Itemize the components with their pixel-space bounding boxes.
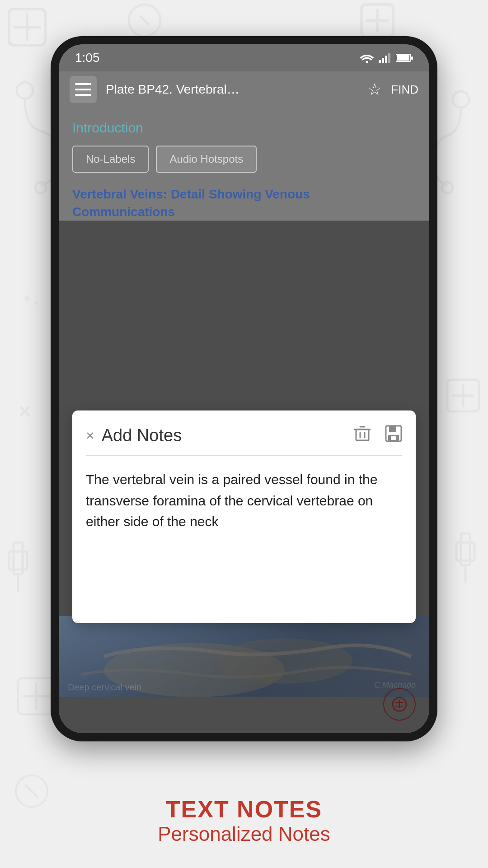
svg-line-4 — [140, 16, 149, 25]
save-button[interactable] — [385, 425, 402, 446]
bottom-text-area: TEXT NOTES Personalized Notes — [0, 796, 488, 845]
status-icons — [360, 53, 413, 63]
plate-title: Vertebral Veins: Detail Showing Venous — [72, 185, 416, 203]
app-title: Plate BP42. Vertebral… — [106, 82, 358, 97]
svg-rect-0 — [9, 9, 45, 45]
modal-header: × Add Notes — [72, 410, 416, 455]
plate-subtitle: Communications — [72, 203, 416, 221]
phone-screen: 1:05 — [59, 44, 429, 733]
svg-rect-48 — [356, 429, 369, 440]
signal-icon — [379, 53, 391, 63]
modal-body: The vertebral vein is a paired vessel fo… — [72, 456, 416, 623]
svg-rect-45 — [75, 83, 91, 85]
svg-rect-25 — [447, 380, 479, 411]
modal-title: Add Notes — [102, 426, 340, 445]
modal-close-button[interactable]: × — [86, 427, 94, 444]
status-bar: 1:05 — [59, 44, 429, 71]
star-icon[interactable]: ☆ — [367, 80, 382, 99]
svg-rect-22 — [461, 533, 470, 565]
svg-point-37 — [366, 61, 368, 63]
screen-main: × Add Notes — [59, 221, 429, 733]
phone-frame: 1:05 — [51, 36, 437, 741]
svg-point-5 — [17, 82, 33, 99]
svg-point-6 — [35, 182, 46, 193]
svg-rect-23 — [456, 542, 474, 561]
svg-rect-41 — [388, 53, 390, 63]
svg-rect-43 — [411, 57, 413, 60]
bottom-subtitle: Personalized Notes — [0, 823, 488, 845]
delete-button[interactable] — [354, 425, 371, 446]
svg-point-32 — [34, 301, 38, 305]
svg-rect-40 — [385, 56, 387, 63]
app-bar-actions: ☆ FIND — [367, 80, 418, 99]
intro-label: Introduction — [72, 120, 416, 136]
no-labels-button[interactable]: No-Labels — [72, 146, 149, 173]
svg-point-3 — [129, 5, 160, 36]
svg-rect-54 — [389, 426, 396, 432]
svg-rect-44 — [397, 55, 409, 61]
svg-rect-39 — [382, 58, 384, 63]
wifi-icon — [360, 53, 374, 63]
svg-line-36 — [20, 407, 29, 416]
svg-rect-17 — [18, 678, 54, 714]
modal-note-text[interactable]: The vertebral vein is a paired vessel fo… — [86, 469, 402, 533]
menu-icon — [75, 83, 91, 96]
content-area: Introduction No-Labels Audio Hotspots Ve… — [59, 108, 429, 221]
svg-line-35 — [20, 407, 29, 416]
svg-point-10 — [453, 91, 469, 108]
status-time: 1:05 — [75, 51, 100, 65]
menu-button[interactable] — [70, 76, 97, 103]
svg-point-11 — [442, 182, 453, 193]
svg-rect-56 — [391, 436, 396, 440]
bottom-title: TEXT NOTES — [0, 796, 488, 823]
add-notes-modal: × Add Notes — [72, 410, 416, 623]
svg-point-31 — [24, 296, 30, 301]
svg-rect-46 — [75, 89, 91, 90]
svg-rect-12 — [14, 542, 23, 574]
battery-icon — [396, 53, 413, 62]
find-button[interactable]: FIND — [391, 83, 418, 97]
tab-buttons: No-Labels Audio Hotspots — [72, 146, 416, 173]
svg-rect-7 — [361, 5, 393, 36]
svg-rect-38 — [379, 60, 381, 63]
svg-rect-47 — [75, 94, 91, 96]
audio-hotspots-button[interactable]: Audio Hotspots — [156, 146, 257, 173]
app-bar: Plate BP42. Vertebral… ☆ FIND — [59, 71, 429, 108]
svg-rect-13 — [9, 552, 27, 570]
